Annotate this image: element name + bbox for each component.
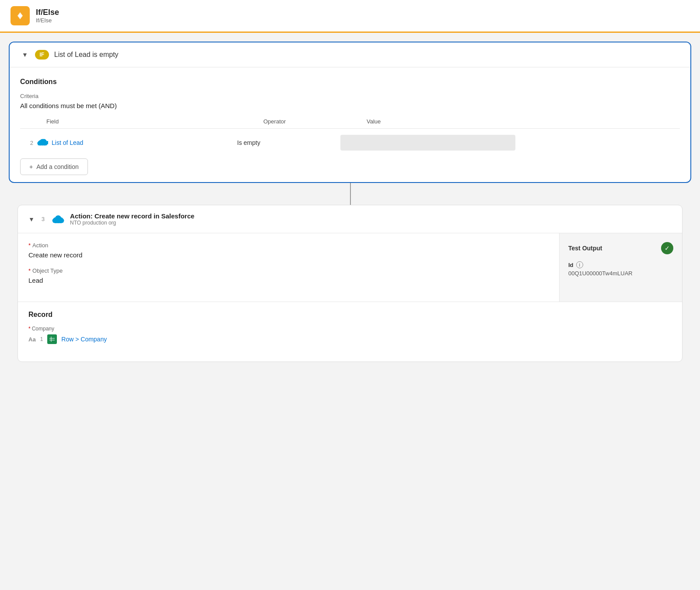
checkmark-icon: ✓ bbox=[665, 245, 670, 252]
table-header: Field Operator Value bbox=[20, 118, 680, 129]
criteria-value: All conditions must be met (AND) bbox=[20, 102, 680, 109]
conditions-table: Field Operator Value 2 bbox=[20, 118, 680, 157]
operator-cell: Is empty bbox=[237, 139, 333, 146]
company-label: * Company bbox=[28, 326, 672, 332]
conditions-body: Conditions Criteria All conditions must … bbox=[10, 67, 690, 182]
svg-point-10 bbox=[55, 215, 61, 221]
success-icon: ✓ bbox=[661, 242, 673, 254]
output-id-label: Id i bbox=[568, 261, 673, 268]
field-row-number: 2 bbox=[20, 140, 33, 146]
plus-icon: + bbox=[29, 163, 33, 170]
connector-line bbox=[9, 183, 691, 205]
output-id-field: Id i 00Q1U00000Tw4mLUAR bbox=[568, 261, 673, 277]
app-icon bbox=[10, 6, 30, 25]
add-condition-label: Add a condition bbox=[36, 163, 79, 170]
svg-rect-12 bbox=[49, 337, 55, 342]
company-field-group: * Company Aa 1 bbox=[28, 326, 672, 344]
value-cell bbox=[340, 135, 515, 151]
object-type-label: * Object Type bbox=[28, 267, 549, 274]
spreadsheet-icon bbox=[47, 334, 57, 344]
action-collapse-button[interactable]: ▼ bbox=[27, 214, 36, 225]
action-subtitle: NTO production org bbox=[70, 220, 194, 226]
row-company-link[interactable]: Row > Company bbox=[61, 336, 107, 343]
action-value: Create new record bbox=[28, 251, 549, 259]
header-title: If/Else bbox=[36, 8, 59, 17]
conditions-title: Conditions bbox=[20, 78, 680, 86]
table-row: 2 List of Lead bbox=[20, 129, 680, 157]
action-field-label: Action bbox=[32, 242, 48, 249]
action-number: 3 bbox=[42, 216, 45, 222]
if-block-header: ▼ IF List of Lead is empty bbox=[10, 42, 690, 67]
chevron-down-icon: ▼ bbox=[22, 51, 28, 58]
outer-card: ▼ IF List of Lead is empty Conditions Cr… bbox=[9, 42, 691, 183]
field-link[interactable]: List of Lead bbox=[52, 139, 83, 146]
salesforce-action-icon bbox=[52, 214, 65, 224]
chevron-down-icon: ▼ bbox=[28, 216, 35, 223]
if-collapse-button[interactable]: ▼ bbox=[20, 49, 30, 60]
add-condition-button[interactable]: + Add a condition bbox=[20, 158, 88, 175]
record-title: Record bbox=[28, 311, 672, 319]
header-text: If/Else If/Else bbox=[36, 8, 59, 24]
header-subtitle: If/Else bbox=[36, 17, 59, 24]
id-value: 00Q1U00000Tw4mLUAR bbox=[568, 270, 673, 277]
svg-point-1 bbox=[19, 14, 21, 17]
action-field-group: * Action Create new record bbox=[28, 242, 549, 259]
test-output-header: Test Output ✓ bbox=[568, 242, 673, 254]
info-icon[interactable]: i bbox=[576, 261, 583, 268]
test-output-panel: Test Output ✓ Id i 00Q1U00000Tw4mLUAR bbox=[560, 233, 682, 302]
object-type-group: * Object Type Lead bbox=[28, 267, 549, 284]
main-content: ▼ IF List of Lead is empty Conditions Cr… bbox=[0, 33, 700, 371]
if-badge: IF bbox=[35, 50, 49, 60]
object-type-value: Lead bbox=[28, 277, 549, 284]
col-field: Field bbox=[46, 118, 256, 125]
action-body: * Action Create new record * Object Type… bbox=[18, 233, 682, 302]
action-left-panel: * Action Create new record * Object Type… bbox=[18, 233, 560, 302]
app-header: If/Else If/Else bbox=[0, 0, 700, 33]
if-title: List of Lead is empty bbox=[54, 51, 119, 59]
salesforce-cloud-icon bbox=[37, 137, 48, 148]
criteria-label: Criteria bbox=[20, 93, 680, 99]
field-cell: 2 List of Lead bbox=[20, 137, 230, 148]
col-value: Value bbox=[367, 118, 680, 125]
test-output-title: Test Output bbox=[568, 245, 602, 252]
company-label-text: Company bbox=[32, 326, 54, 332]
action-title: Action: Create new record in Salesforce bbox=[70, 212, 194, 220]
svg-rect-6 bbox=[38, 143, 47, 145]
action-info: Action: Create new record in Salesforce … bbox=[70, 212, 194, 226]
action-header: ▼ 3 Action: Create new record in Salesfo… bbox=[18, 205, 682, 233]
type-indicator: Aa bbox=[28, 336, 36, 343]
action-card: ▼ 3 Action: Create new record in Salesfo… bbox=[18, 205, 682, 362]
action-label: * Action bbox=[28, 242, 549, 249]
col-operator: Operator bbox=[263, 118, 360, 125]
company-field-row: Aa 1 Row > Company bbox=[28, 334, 672, 344]
object-type-field-label: Object Type bbox=[32, 267, 63, 274]
if-header-row: ▼ IF List of Lead is empty bbox=[20, 49, 680, 60]
record-section: Record * Company Aa 1 bbox=[18, 302, 682, 362]
record-field-num: 1 bbox=[40, 336, 43, 342]
svg-rect-11 bbox=[53, 220, 63, 222]
id-label-text: Id bbox=[568, 262, 574, 268]
svg-point-5 bbox=[40, 139, 45, 144]
